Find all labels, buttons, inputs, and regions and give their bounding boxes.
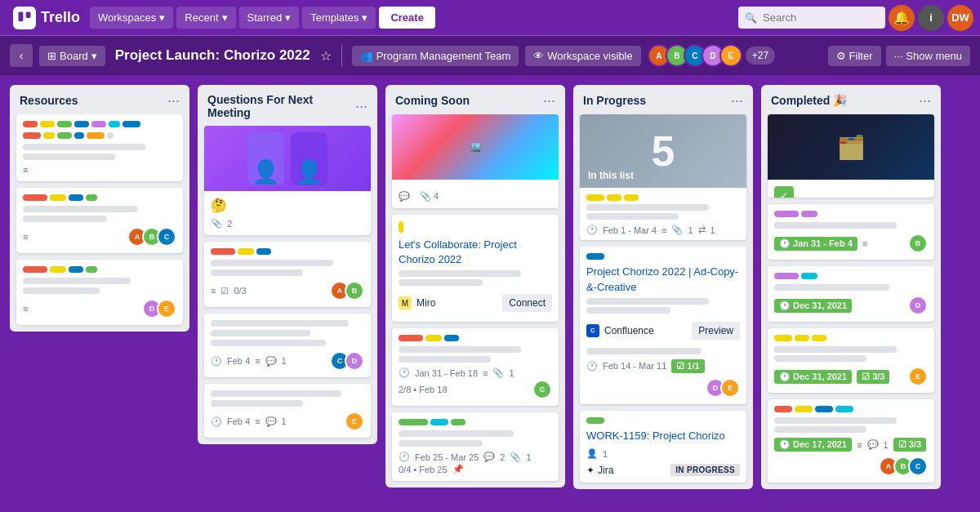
list-cards-questions: 👤 👤 🤔 📎 2 xyxy=(198,126,377,444)
attachment-count: 1 xyxy=(688,225,693,235)
card-link[interactable]: Let's Collaborate: Project Chorizo 2022 xyxy=(399,238,517,265)
member-count-btn[interactable]: +27 xyxy=(746,47,775,65)
card-meta: 🕐 Dec 31, 2021 ☑ 3/3 E xyxy=(774,367,928,386)
card[interactable]: 🕐 Jan 31 - Feb 4 ≡ B xyxy=(768,204,934,260)
date-badge: 🕐 Dec 17, 2021 xyxy=(774,438,852,452)
templates-label: Templates xyxy=(310,11,359,24)
search-input[interactable] xyxy=(738,7,885,29)
comment-icon: 💬 xyxy=(265,416,277,427)
list-completed: Completed 🎉 ··· 🗂️ ✓ 🕐 Feb 14 - Feb 18 ≡… xyxy=(761,85,941,489)
card[interactable]: 🕐 Dec 17, 2021 ≡ 💬 1 ☑ 3/3 A B C xyxy=(768,399,934,483)
starred-btn[interactable]: Starred ▾ xyxy=(239,7,300,29)
card-meta: ≡ D E xyxy=(23,299,176,318)
back-btn[interactable]: ‹ xyxy=(10,44,33,67)
card-meta: ≡ A B C xyxy=(23,227,176,247)
trello-logo[interactable]: Trello xyxy=(7,7,87,29)
search-wrap xyxy=(738,7,885,29)
board-header: ‹ ⊞ Board ▾ Project Launch: Chorizo 2022… xyxy=(0,36,980,75)
create-btn[interactable]: Create xyxy=(379,7,434,29)
list-menu-btn[interactable]: ··· xyxy=(167,93,180,108)
list-menu-btn[interactable]: ··· xyxy=(731,93,743,108)
team-icon: 👥 xyxy=(360,50,373,62)
card-link[interactable]: WORK-1159: Project Chorizo xyxy=(586,430,725,442)
templates-btn[interactable]: Templates ▾ xyxy=(302,7,376,29)
comment-icon: 💬 xyxy=(867,439,879,450)
list-in-progress: In Progress ··· 5 In this list xyxy=(573,85,753,489)
list-resources: Resources ··· xyxy=(10,85,189,332)
card-avatar: E xyxy=(345,412,364,431)
card-meta: 🕐 Jan 31 - Feb 18 ≡ 📎 1 xyxy=(399,367,552,378)
card[interactable]: 👤 👤 🤔 📎 2 xyxy=(204,126,371,235)
miro-integration-row: M Miro Connect xyxy=(399,291,552,315)
date-range: Feb 25 - Mar 25 xyxy=(415,452,479,462)
member-avatar[interactable]: E xyxy=(719,44,742,67)
badge-1-1: ☑ 1/1 xyxy=(671,359,704,373)
card[interactable]: Let's Collaborate: Project Chorizo 2022 … xyxy=(392,215,559,322)
notification-icon[interactable]: 🔔 xyxy=(889,5,915,31)
card[interactable]: 🕐 Feb 4 ≡ 💬 1 C D xyxy=(204,314,371,377)
card[interactable]: 🕐 Feb 4 ≡ 💬 1 E xyxy=(204,384,371,438)
user-avatar[interactable]: DW xyxy=(947,5,973,31)
description-icon: ≡ xyxy=(662,225,666,235)
card-avatars: A B C xyxy=(879,456,928,476)
visibility-label: Workspace visible xyxy=(547,50,633,62)
card-meta: 🕐 Feb 4 ≡ 💬 1 C D xyxy=(211,351,364,371)
star-btn[interactable]: ☆ xyxy=(320,48,332,64)
board-type-btn[interactable]: ⊞ Board ▾ xyxy=(39,46,105,66)
preview-btn[interactable]: Preview xyxy=(692,322,740,340)
filter-btn[interactable]: ⚙ Filter xyxy=(828,46,881,66)
card-avatars: D E xyxy=(142,299,176,318)
show-menu-btn[interactable]: ··· Show menu xyxy=(886,46,971,66)
card[interactable]: 🏙️ 💬 📎 4 xyxy=(392,114,559,208)
list-title-resources: Resources xyxy=(20,94,78,107)
card[interactable]: 🕐 Dec 31, 2021 ☑ 3/3 E xyxy=(768,328,934,393)
recent-btn[interactable]: Recent ▾ xyxy=(176,7,235,29)
description-icon: ≡ xyxy=(211,286,216,296)
description-icon: ≡ xyxy=(255,416,260,426)
miro-label: Miro xyxy=(416,297,435,309)
list-cards-resources: ≡ ≡ A B C xyxy=(10,114,189,332)
clock-icon: 🕐 xyxy=(211,416,222,427)
team-label: Program Management Team xyxy=(376,50,511,62)
list-header-completed: Completed 🎉 ··· xyxy=(761,85,941,114)
checklist-progress: 0/4 • Feb 25 xyxy=(399,465,448,474)
chevron-down-icon: ▾ xyxy=(362,11,368,24)
card[interactable]: ≡ A B C xyxy=(16,188,183,253)
comment-icon: 💬 xyxy=(483,452,495,462)
card-avatar: C xyxy=(157,227,176,247)
info-icon[interactable]: i xyxy=(918,5,944,31)
card-big-number[interactable]: 5 In this list 🕐 Feb 1 - Mar 4 ≡ xyxy=(580,114,746,240)
card[interactable]: 🕐 Feb 25 - Mar 25 💬 2 📎 1 0/4 • Feb 25 📌 xyxy=(392,412,559,481)
card[interactable]: ≡ xyxy=(16,114,183,181)
description-icon: ≡ xyxy=(23,304,28,314)
list-title-completed: Completed 🎉 xyxy=(771,94,847,107)
in-this-list-label: In this list xyxy=(588,170,634,181)
list-menu-btn[interactable]: ··· xyxy=(543,93,555,108)
filter-label: Filter xyxy=(849,50,873,62)
card[interactable]: 🕐 Jan 31 - Feb 18 ≡ 📎 1 2/8 • Feb 18 G xyxy=(392,328,559,406)
attachment-count: 1 xyxy=(526,452,531,462)
list-menu-btn[interactable]: ··· xyxy=(919,93,931,108)
card-ad-copy[interactable]: Project Chorizo 2022 | Ad-Copy-&-Creativ… xyxy=(580,247,746,403)
card[interactable]: ≡ ☑ 0/3 A B xyxy=(204,242,371,307)
card[interactable]: 🗂️ ✓ 🕐 Feb 14 - Feb 18 ≡ 💬 2 A xyxy=(768,114,934,198)
logo-icon xyxy=(13,7,36,29)
attachment-icon: 📎 xyxy=(671,225,683,235)
card-meta: 🕐 Feb 1 - Mar 4 ≡ 📎 1 ⇄ 1 xyxy=(586,225,740,235)
connect-btn[interactable]: Connect xyxy=(502,294,552,312)
jira-label: Jira xyxy=(598,465,613,476)
list-header-resources: Resources ··· xyxy=(10,85,189,114)
card-meta: 🕐 Jan 31 - Feb 4 ≡ B xyxy=(774,234,928,253)
workspaces-btn[interactable]: Workspaces ▾ xyxy=(90,7,173,29)
card-meta: ≡ xyxy=(23,165,176,175)
list-menu-btn[interactable]: ··· xyxy=(355,99,368,114)
team-btn[interactable]: 👥 Program Management Team xyxy=(352,46,519,66)
visibility-btn[interactable]: 👁 Workspace visible xyxy=(525,46,641,66)
card[interactable]: 🕐 Dec 31, 2021 D xyxy=(768,266,934,322)
card-work-1159[interactable]: WORK-1159: Project Chorizo 👤 1 ✦ Jira IN… xyxy=(580,411,746,483)
card[interactable]: ≡ D E xyxy=(16,260,183,325)
list-cards-in-progress: 5 In this list 🕐 Feb 1 - Mar 4 ≡ xyxy=(573,114,753,489)
member-icon: 👤 xyxy=(586,448,598,459)
card-link[interactable]: Project Chorizo 2022 | Ad-Copy-&-Creativ… xyxy=(586,265,738,292)
list-header-coming-soon: Coming Soon ··· xyxy=(385,85,565,114)
